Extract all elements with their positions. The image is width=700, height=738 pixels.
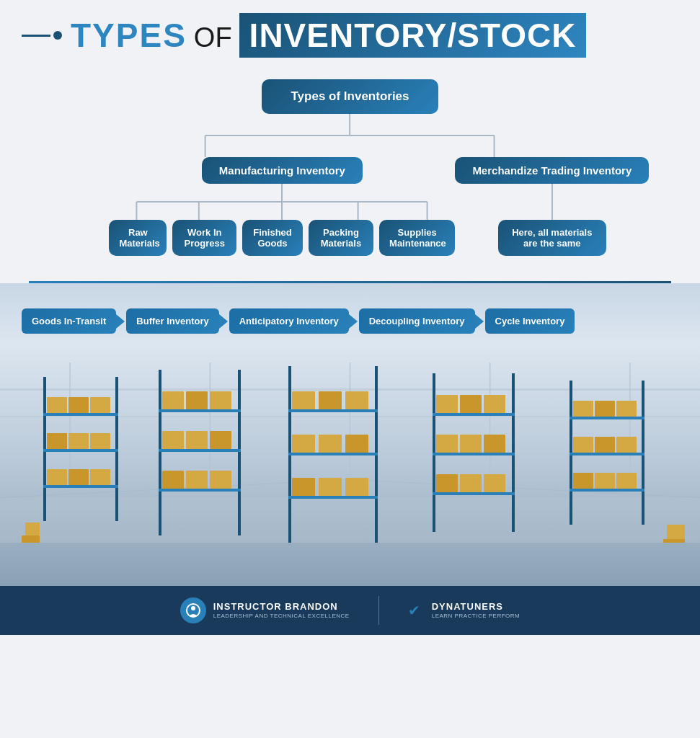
svg-rect-66 — [433, 413, 515, 416]
svg-rect-86 — [573, 437, 593, 453]
svg-rect-24 — [43, 413, 118, 416]
root-node: Types of Inventories — [262, 79, 438, 114]
header-line — [22, 35, 50, 37]
of-text: OF — [194, 22, 232, 53]
svg-rect-85 — [616, 401, 637, 417]
svg-rect-40 — [159, 489, 241, 492]
svg-rect-33 — [47, 469, 67, 485]
svg-rect-45 — [186, 431, 208, 449]
raw-materials-node: Raw Materials — [109, 220, 167, 256]
svg-rect-41 — [162, 391, 184, 409]
finished-goods-node: Finished Goods — [242, 220, 303, 256]
svg-rect-35 — [90, 469, 110, 485]
svg-rect-82 — [570, 489, 644, 492]
svg-rect-119 — [667, 525, 685, 539]
svg-rect-67 — [433, 453, 515, 455]
svg-rect-52 — [288, 409, 378, 412]
svg-rect-57 — [345, 391, 368, 409]
svg-rect-76 — [460, 474, 482, 492]
svg-rect-75 — [436, 474, 458, 492]
svg-rect-80 — [570, 417, 644, 419]
svg-rect-56 — [319, 391, 342, 409]
svg-rect-28 — [68, 397, 89, 413]
tree-container: Types of Inventories Manufacturing Inven… — [29, 79, 671, 256]
goods-in-transit-tag: Goods In-Transit — [22, 308, 116, 334]
warehouse-section: Goods In-Transit Buffer Inventory Antici… — [0, 283, 700, 586]
brand2-name: DYNATUNERS — [432, 601, 520, 613]
svg-rect-60 — [345, 435, 368, 453]
shelves-svg — [0, 363, 700, 543]
svg-rect-32 — [90, 433, 110, 449]
svg-rect-62 — [319, 478, 342, 496]
svg-rect-48 — [186, 471, 208, 489]
svg-rect-84 — [595, 401, 615, 417]
svg-rect-53 — [288, 453, 378, 455]
svg-rect-72 — [436, 435, 458, 453]
brand1-logo — [180, 597, 206, 623]
svg-rect-69 — [436, 395, 458, 413]
svg-rect-26 — [43, 485, 118, 488]
svg-rect-117 — [25, 523, 40, 535]
svg-rect-54 — [288, 496, 378, 499]
footer-brand1: INSTRUCTOR BRANDON LEADERSHIP AND TECHNI… — [180, 597, 350, 623]
footer-brand2: ✔ DYNATUNERS LEARN PRACTICE PERFORM — [408, 601, 520, 619]
svg-rect-25 — [43, 449, 118, 452]
svg-rect-36 — [159, 370, 161, 535]
inventory-text: INVENTORY/STOCK — [239, 13, 587, 58]
svg-rect-34 — [68, 469, 89, 485]
svg-rect-68 — [433, 492, 515, 495]
header-dot — [53, 31, 62, 40]
anticipatory-inventory-tag: Anticipatory Inventory — [229, 308, 349, 334]
packing-node: Packing Materials — [309, 220, 373, 256]
brand1-text: INSTRUCTOR BRANDON LEADERSHIP AND TECHNI… — [213, 601, 350, 619]
tree-root: Types of Inventories — [262, 79, 438, 114]
svg-rect-91 — [616, 473, 637, 489]
footer: INSTRUCTOR BRANDON LEADERSHIP AND TECHNI… — [0, 586, 700, 635]
svg-rect-49 — [210, 471, 231, 489]
supplies-node: Supplies Maintenance — [379, 220, 455, 256]
svg-rect-70 — [460, 395, 482, 413]
decoupling-inventory-tag: Decoupling Inventory — [359, 308, 475, 334]
svg-rect-37 — [238, 370, 241, 535]
header-title: TYPES OF INVENTORY/STOCK — [71, 13, 586, 58]
svg-rect-74 — [484, 435, 505, 453]
same-materials-node: Here, all materials are the same — [498, 220, 606, 256]
svg-rect-43 — [210, 391, 231, 409]
trading-branch: Merchandize Trading Inventory Here, all … — [455, 157, 649, 256]
svg-rect-46 — [210, 431, 231, 449]
level2-left-items: Raw Materials Work In Progress Finished … — [109, 220, 455, 256]
brand1-sub: LEADERSHIP AND TECHNICAL EXCELLENCE — [213, 613, 350, 620]
brand2-checkmark-icon: ✔ — [408, 602, 420, 619]
brand2-sub: LEARN PRACTICE PERFORM — [432, 613, 520, 620]
svg-rect-61 — [292, 478, 315, 496]
svg-rect-31 — [68, 433, 89, 449]
svg-rect-89 — [573, 473, 593, 489]
svg-rect-63 — [345, 478, 368, 496]
svg-rect-88 — [616, 437, 637, 453]
footer-divider — [378, 596, 379, 625]
svg-rect-90 — [595, 473, 615, 489]
svg-rect-87 — [595, 437, 615, 453]
warehouse-visual — [0, 363, 700, 543]
svg-rect-55 — [292, 391, 315, 409]
brand1-name: INSTRUCTOR BRANDON — [213, 601, 350, 613]
trading-connector — [487, 184, 617, 220]
manufacturing-node: Manufacturing Inventory — [202, 157, 363, 184]
svg-point-121 — [191, 606, 195, 610]
svg-rect-44 — [162, 431, 184, 449]
svg-rect-71 — [484, 395, 505, 413]
svg-rect-42 — [186, 391, 208, 409]
svg-rect-29 — [90, 397, 110, 413]
svg-rect-118 — [663, 539, 685, 543]
trading-node: Merchandize Trading Inventory — [455, 157, 649, 184]
manufacturing-connector — [109, 184, 455, 220]
svg-rect-27 — [47, 397, 67, 413]
svg-rect-83 — [573, 401, 593, 417]
inventory-tags-row: Goods In-Transit Buffer Inventory Antici… — [0, 283, 700, 344]
header: TYPES OF INVENTORY/STOCK — [0, 0, 700, 65]
svg-rect-47 — [162, 471, 184, 489]
svg-rect-77 — [484, 474, 505, 492]
root-connector — [109, 114, 590, 157]
buffer-inventory-tag: Buffer Inventory — [126, 308, 218, 334]
svg-rect-58 — [292, 435, 315, 453]
